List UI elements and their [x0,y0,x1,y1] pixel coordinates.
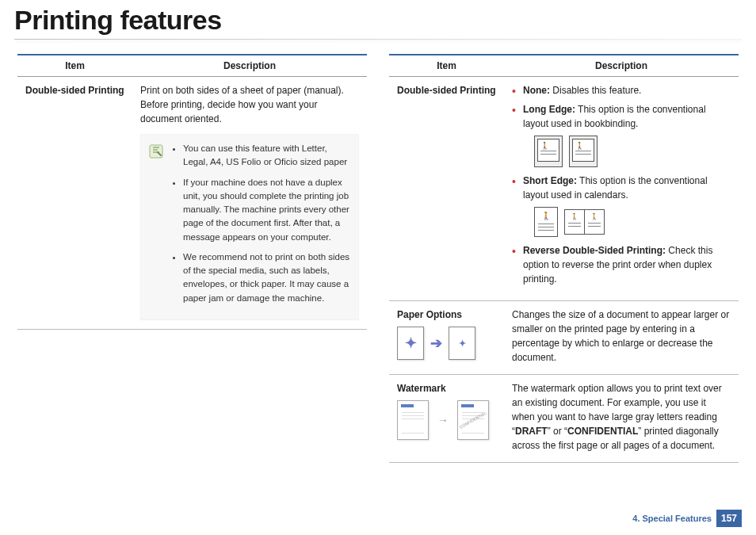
book-thumb-icon: 🚶 [534,136,563,167]
table-row: Watermark → [389,375,739,463]
desc-cell: The watermark option allows you to print… [504,375,739,463]
table-row: Paper Options ✦ ➔ ✦ Changes the size of … [389,301,739,375]
col-header-desc: Description [132,55,367,77]
long-edge-illustration: 🚶 🚶 [534,136,731,167]
item-cell: Paper Options ✦ ➔ ✦ [389,301,504,375]
doc-watermarked-icon: CONFIDENTIAL [457,400,489,440]
col-header-item: Item [17,55,132,77]
page-title: Printing features [0,0,756,39]
desc-text: Print on both sides of a sheet of paper … [140,83,359,126]
calendar-thumb-icon: 🚶 [564,209,585,235]
option-label: Short Edge: [523,175,577,186]
item-label: Watermark [397,381,496,396]
paper-options-illustration: ✦ ➔ ✦ [397,327,496,360]
duplex-options: None: Disables this feature. Long Edge: … [512,83,731,286]
item-cell: Double-sided Printing [389,77,504,301]
col-header-desc: Description [504,55,739,77]
col-header-item: Item [389,55,504,77]
table-row: Double-sided Printing Print on both side… [17,77,367,330]
book-thumb-icon: 🚶 [569,136,598,167]
scale-small-icon: ✦ [449,327,475,360]
option-long-edge: Long Edge: This option is the convention… [512,102,731,167]
short-edge-illustration: 🚶 🚶 [534,207,731,237]
option-label: Long Edge: [523,104,575,115]
note-item: You can use this feature with Letter, Le… [183,142,351,170]
desc-cell: Changes the size of a document to appear… [504,301,739,375]
calendar-thumb-icon: 🚶 [534,207,558,237]
left-table: Item Description Double-sided Printing P… [17,54,367,330]
page-footer: 4. Special Features 157 [632,510,742,527]
table-row: Double-sided Printing None: Disables thi… [389,77,739,301]
note-list: You can use this feature with Letter, Le… [183,142,351,305]
arrow-right-icon: ➔ [430,333,442,354]
item-cell: Watermark → [389,375,504,463]
arrow-right-icon: → [437,412,449,429]
item-cell: Double-sided Printing [17,77,132,330]
option-short-edge: Short Edge: This option is the conventio… [512,174,731,237]
note-item: If your machine does not have a duplex u… [183,176,351,244]
option-text: Disables this feature. [550,85,641,96]
left-column: Item Description Double-sided Printing P… [17,54,367,463]
right-column: Item Description Double-sided Printing N… [389,54,739,463]
watermark-illustration: → CONFIDENTIAL [397,400,496,440]
wm-draft: DRAFT [515,426,548,437]
desc-cell: None: Disables this feature. Long Edge: … [504,77,739,301]
title-rule [14,39,742,40]
scale-large-icon: ✦ [397,327,424,360]
wm-text-mid: ” or “ [548,426,567,437]
footer-section: 4. Special Features [632,514,712,523]
option-label: None: [523,85,550,96]
calendar-thumb-icon: 🚶 [584,209,605,235]
note-box: You can use this feature with Letter, Le… [140,134,359,319]
desc-cell: Print on both sides of a sheet of paper … [132,77,367,330]
option-none: None: Disables this feature. [512,83,731,97]
right-table: Item Description Double-sided Printing N… [389,54,739,463]
item-label: Paper Options [397,308,496,322]
option-label: Reverse Double-Sided Printing: [523,245,666,256]
doc-plain-icon [397,400,429,440]
note-item: We recommend not to print on both sides … [183,250,351,305]
page-number: 157 [716,510,742,527]
content-columns: Item Description Double-sided Printing P… [0,54,756,463]
option-reverse: Reverse Double-Sided Printing: Check thi… [512,243,731,286]
wm-conf: CONFIDENTIAL [567,426,638,437]
note-icon [148,143,164,159]
